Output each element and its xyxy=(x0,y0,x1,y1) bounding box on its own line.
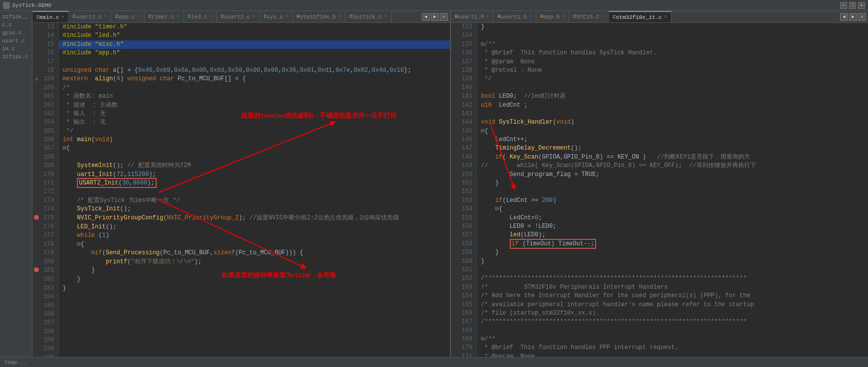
tab-led-c[interactable]: C led.c × xyxy=(184,11,217,23)
table-row: 164 * 输出 : 无 xyxy=(32,118,450,127)
table-row: 156 LED0 = !LED0; xyxy=(451,222,868,231)
table-row: 161 xyxy=(451,266,868,274)
table-row: 133 } xyxy=(451,23,868,31)
table-row: 162 * 描述 : 主函数 xyxy=(32,101,450,110)
tab-close-all[interactable]: ✕ xyxy=(440,13,448,21)
table-row: 167 ⊟{ xyxy=(32,144,450,153)
tab-systick-c[interactable]: C SysTick.c × xyxy=(345,11,391,23)
close-btn[interactable]: ✕ xyxy=(858,2,865,9)
table-row: 18 unsigned char a[] = {0x46,0xb9,0x6a,0… xyxy=(32,66,450,75)
table-row: 177 while (1) xyxy=(32,231,450,240)
sidebar-item-c[interactable]: c.c xyxy=(0,21,32,29)
sidebar-item-gpio[interactable]: gpio.c xyxy=(0,29,32,37)
table-row: 173 /* 配置SysTick 为1ms中断一次 */ xyxy=(32,196,450,205)
table-row: 150 Send_program_flag = TRUE; xyxy=(451,171,868,179)
sidebar-item-32f10x_hd[interactable]: 32f10x_hd.s xyxy=(0,13,32,21)
table-row: 168 xyxy=(32,153,450,162)
table-row: 181 } xyxy=(32,266,450,275)
table-row: 169 SystemInit(); // 配置系统时钟为72M xyxy=(32,162,450,170)
table-row: 14 #include "led.h" xyxy=(32,31,450,40)
tab-usart2-h[interactable]: H usart2.h × xyxy=(493,11,536,23)
table-row: 172 xyxy=(32,187,450,196)
tab-scroll-left[interactable]: ◀ xyxy=(422,13,430,21)
left-editor-panel: C main.c × C usart1.c × C app.c × C time… xyxy=(32,11,451,367)
sidebar-item-im[interactable]: im.c xyxy=(0,45,32,53)
table-row: 185 xyxy=(32,302,450,310)
table-row: 190 xyxy=(32,345,450,353)
table-row: 149 // while( Key_Scan(GPIOA,GPIO_Pin_8)… xyxy=(451,162,868,170)
tab-usart1-c[interactable]: C usart1.c × xyxy=(69,11,112,23)
table-row: 176 LED_Init(); xyxy=(32,223,450,231)
table-row: 146 LedCnt++; xyxy=(451,136,868,144)
table-row: 189 xyxy=(32,336,450,345)
table-row: 154 ⊟{ xyxy=(451,205,868,213)
maximize-btn[interactable]: □ xyxy=(849,2,856,9)
left-code-table: 13 #include "timer.h" 14 #include "led.h… xyxy=(32,23,450,362)
table-row: 159 } xyxy=(451,248,868,257)
table-row: 182 } xyxy=(32,275,450,284)
table-row: 17 xyxy=(32,58,450,66)
title-bar-controls: ─ □ ✕ xyxy=(840,2,865,9)
table-row: 148 if( Key_Scan(GPIOA,GPIO_Pin_8) == KE… xyxy=(451,153,868,162)
table-row: 142 u16 LedCnt ; xyxy=(451,101,868,110)
table-row: 147 TimingDelay_Decrement(); xyxy=(451,144,868,153)
table-row: 161 * 函数名: main xyxy=(32,92,450,101)
table-row: 139 */ xyxy=(451,75,868,83)
table-row: 144 void SysTick_Handler(void) xyxy=(451,118,868,127)
table-row: 143 xyxy=(451,110,868,118)
right-tab-close-all[interactable]: ✕ xyxy=(858,13,866,21)
table-row: 152 xyxy=(451,187,868,196)
sidebar-item-usart[interactable]: usart.c xyxy=(0,37,32,45)
table-row: 169 ⊟/** xyxy=(451,335,868,344)
table-row: 135 ⊟/** xyxy=(451,40,868,49)
table-row: 134 xyxy=(451,31,868,40)
minimize-btn[interactable]: ─ xyxy=(840,2,847,9)
left-tab-bar-controls: ◀ ▶ ✕ xyxy=(421,13,450,21)
right-editor-panel: H usart1.h × H usart2.h × H app.h × C ST… xyxy=(451,11,868,367)
table-row: 13 #include "timer.h" xyxy=(32,23,450,31)
tab-stc15-c[interactable]: C STC15.C × xyxy=(569,11,609,23)
table-row: 155 LedCnt=0; xyxy=(451,214,868,222)
tab-main-c[interactable]: C main.c × xyxy=(32,11,69,23)
table-row: 151 } xyxy=(451,179,868,187)
sidebar-item-32f10x[interactable]: 32f10x.c xyxy=(0,53,32,61)
right-code-area[interactable]: 133 } 134 135 ⊟/** xyxy=(451,23,868,362)
table-row: 158 if (TimeOut) TimeOut--; xyxy=(451,240,868,248)
table-row: 138 * @retval : None xyxy=(451,66,868,75)
table-row: 178 ⊟{ xyxy=(32,240,450,249)
table-row: 180 printf("程序下载成功！\r\n"); xyxy=(32,258,450,266)
table-row: 136 * @brief This function handles SysTi… xyxy=(451,49,868,57)
table-row: 141 bool LED0; //led灯计时器 xyxy=(451,92,868,101)
right-code-table: 133 } 134 135 ⊟/** xyxy=(451,23,868,362)
editors-container: C main.c × C usart1.c × C app.c × C time… xyxy=(32,11,868,367)
right-tab-bar-controls: ◀ ▶ ✕ xyxy=(839,13,868,21)
table-row: 188 xyxy=(32,328,450,336)
tab-stm32f10x-it-c[interactable]: C stm32f10x_it.c × xyxy=(609,11,671,23)
table-row: 163 * 输入 : 无 xyxy=(32,110,450,118)
table-row: 163 /* STM32F10x Peripherals Interrupt H… xyxy=(451,283,868,292)
title-bar-icon xyxy=(3,2,10,9)
right-tab-bar: H usart1.h × H usart2.h × H app.h × C ST… xyxy=(451,11,868,23)
table-row: 174 SysTick_Init(); xyxy=(32,205,450,213)
sidebar: 32f10x_hd.s c.c gpio.c usart.c im.c 32f1… xyxy=(0,11,32,367)
right-tab-scroll-left[interactable]: ◀ xyxy=(840,13,848,21)
tab-sys-c[interactable]: C sys.c × xyxy=(260,11,293,23)
tab-app-h[interactable]: H app.h × xyxy=(536,11,569,23)
left-code-area[interactable]: 13 #include "timer.h" 14 #include "led.h… xyxy=(32,23,450,362)
table-row: 137 * @param None xyxy=(451,58,868,66)
tab-timer-c[interactable]: C timer.c × xyxy=(145,11,184,23)
tab-app-c[interactable]: C app.c × xyxy=(111,11,144,23)
table-row: 168 xyxy=(451,327,868,335)
right-tab-scroll-right[interactable]: ▶ xyxy=(849,13,857,21)
table-row: 160 } xyxy=(451,257,868,266)
table-row: 166 int main(void) xyxy=(32,136,450,144)
table-row: 160 /* xyxy=(32,84,450,92)
tab-usart1-h[interactable]: H usart1.h × xyxy=(451,11,494,23)
tab-scroll-right[interactable]: ▶ xyxy=(431,13,439,21)
table-row: 164 /* Add here the Interrupt Handler fo… xyxy=(451,292,868,300)
tab-stm32f10x-h[interactable]: H stm32f10x.h × xyxy=(293,11,346,23)
table-row: 165 */ xyxy=(32,127,450,136)
table-row: 179 ⊟if(Send_Processing(Pc_to_MCU_BUF,si… xyxy=(32,249,450,257)
table-row: 140 xyxy=(451,84,868,92)
tab-usart2-c[interactable]: C usart2.c × xyxy=(217,11,260,23)
